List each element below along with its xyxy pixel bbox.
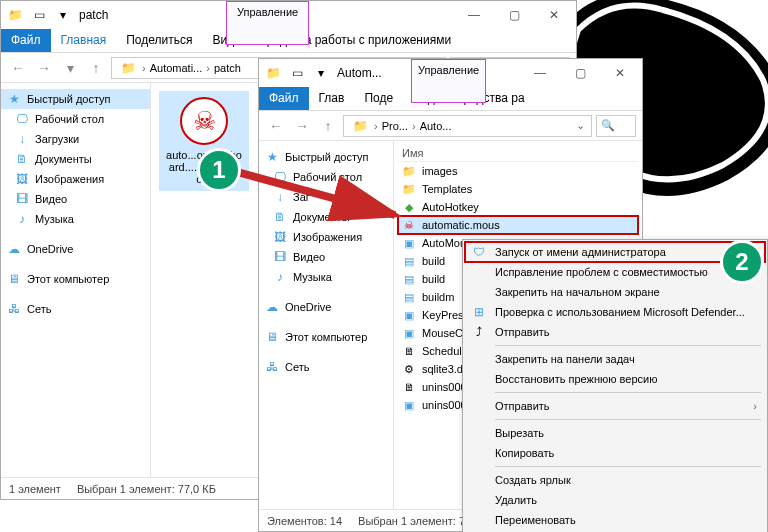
maximize-button[interactable]: ▢ xyxy=(494,1,534,29)
ctx-pin-start[interactable]: Закрепить на начальном экране xyxy=(465,282,765,302)
picture-icon: 🖼 xyxy=(273,230,287,244)
file-row-selected[interactable]: ☠automatic.mous xyxy=(398,216,638,234)
separator xyxy=(495,419,761,420)
chevron-icon[interactable]: › xyxy=(410,120,418,132)
ctx-rename[interactable]: Переименовать xyxy=(465,510,765,530)
sidebar-item-documents[interactable]: 🗎Документы xyxy=(1,149,150,169)
sidebar-quick-access[interactable]: ★Быстрый доступ xyxy=(259,147,393,167)
dll-icon: ⚙ xyxy=(402,362,416,376)
file-icon: 🗎 xyxy=(402,380,416,394)
ribbon-context-tab[interactable]: Управление xyxy=(411,59,486,103)
minimize-button[interactable]: — xyxy=(454,1,494,29)
qat-icon[interactable]: ▭ xyxy=(289,65,305,81)
maximize-button[interactable]: ▢ xyxy=(560,59,600,87)
sidebar-item-downloads[interactable]: ↓Заг xyxy=(259,187,393,207)
sidebar-item-music[interactable]: ♪Музыка xyxy=(1,209,150,229)
skull-icon: ☠ xyxy=(402,218,416,232)
sidebar-this-pc[interactable]: 🖥Этот компьютер xyxy=(1,269,150,289)
file-row[interactable]: 📁images xyxy=(398,162,638,180)
status-count: 1 элемент xyxy=(9,483,61,495)
tab-share[interactable]: Поде xyxy=(354,87,403,110)
up-button[interactable]: ↑ xyxy=(317,115,339,137)
recent-dropdown[interactable]: ▾ xyxy=(59,57,81,79)
desktop-icon: 🖵 xyxy=(15,112,29,126)
search-icon: 🔍 xyxy=(601,119,615,132)
chevron-icon[interactable]: › xyxy=(204,62,212,74)
ctx-defender-scan[interactable]: ⊞Проверка с использованием Microsoft Def… xyxy=(465,302,765,322)
breadcrumb[interactable]: 📁 › Pro... › Auto... ⌄ xyxy=(343,115,592,137)
ctx-share[interactable]: ⤴Отправить xyxy=(465,322,765,342)
search-input[interactable]: 🔍 xyxy=(596,115,636,137)
sidebar-item-desktop[interactable]: 🖵Рабочий стол xyxy=(1,109,150,129)
back-button[interactable]: ← xyxy=(265,115,287,137)
app-icon: ▣ xyxy=(402,308,416,322)
download-icon: ↓ xyxy=(15,132,29,146)
sidebar-network[interactable]: 🖧Сеть xyxy=(1,299,150,319)
file-row[interactable]: 📁Templates xyxy=(398,180,638,198)
ctx-pin-taskbar[interactable]: Закрепить на панели задач xyxy=(465,349,765,369)
shield-icon: 🛡 xyxy=(471,244,487,260)
column-header-name[interactable]: Имя xyxy=(398,145,638,162)
pc-icon: 🖥 xyxy=(7,272,21,286)
ctx-delete[interactable]: Удалить xyxy=(465,490,765,510)
crumb[interactable]: Automati... xyxy=(148,62,205,74)
close-button[interactable]: ✕ xyxy=(600,59,640,87)
qat-dropdown-icon[interactable]: ▾ xyxy=(313,65,329,81)
sidebar-item-videos[interactable]: 🎞Видео xyxy=(1,189,150,209)
up-button[interactable]: ↑ xyxy=(85,57,107,79)
star-icon: ★ xyxy=(265,150,279,164)
ctx-create-shortcut[interactable]: Создать ярлык xyxy=(465,470,765,490)
desktop-icon: 🖵 xyxy=(273,170,287,184)
annotation-badge-1: 1 xyxy=(197,148,241,192)
forward-button[interactable]: → xyxy=(33,57,55,79)
sidebar-item-desktop[interactable]: 🖵Рабочий стол xyxy=(259,167,393,187)
sidebar-onedrive[interactable]: ☁OneDrive xyxy=(259,297,393,317)
ctx-copy[interactable]: Копировать xyxy=(465,443,765,463)
close-button[interactable]: ✕ xyxy=(534,1,574,29)
chevron-down-icon[interactable]: ⌄ xyxy=(574,119,587,132)
sidebar-item-documents[interactable]: 🗎Документы xyxy=(259,207,393,227)
window-title: patch xyxy=(79,8,108,22)
sidebar-item-downloads[interactable]: ↓Загрузки xyxy=(1,129,150,149)
forward-button[interactable]: → xyxy=(291,115,313,137)
window-title: Autom... xyxy=(337,66,382,80)
sidebar-item-pictures[interactable]: 🖼Изображения xyxy=(259,227,393,247)
app-icon: ◆ xyxy=(402,200,416,214)
pc-icon: 🖥 xyxy=(265,330,279,344)
chevron-icon[interactable]: › xyxy=(372,120,380,132)
sidebar-quick-access[interactable]: ★Быстрый доступ xyxy=(1,89,150,109)
crumb[interactable]: patch xyxy=(212,62,243,74)
sidebar-item-pictures[interactable]: 🖼Изображения xyxy=(1,169,150,189)
defender-icon: ⊞ xyxy=(471,304,487,320)
tab-home[interactable]: Главная xyxy=(51,29,117,52)
network-icon: 🖧 xyxy=(7,302,21,316)
tab-share[interactable]: Поделиться xyxy=(116,29,202,52)
app-icon: ▣ xyxy=(402,236,416,250)
titlebar: 📁 ▭ ▾ patch Управление — ▢ ✕ xyxy=(1,1,576,29)
context-menu: 🛡Запуск от имени администратора Исправле… xyxy=(462,239,768,532)
ctx-send-to[interactable]: Отправить› xyxy=(465,396,765,416)
tab-file[interactable]: Файл xyxy=(1,29,51,52)
chevron-icon[interactable]: › xyxy=(140,62,148,74)
sidebar-this-pc[interactable]: 🖥Этот компьютер xyxy=(259,327,393,347)
sidebar-item-videos[interactable]: 🎞Видео xyxy=(259,247,393,267)
folder-icon: 📁 xyxy=(352,118,368,134)
tab-file[interactable]: Файл xyxy=(259,87,309,110)
skull-icon: ☠ xyxy=(180,97,228,145)
file-row[interactable]: ◆AutoHotkey xyxy=(398,198,638,216)
sidebar-item-music[interactable]: ♪Музыка xyxy=(259,267,393,287)
folder-icon: 📁 xyxy=(402,182,416,196)
ribbon-context-tab[interactable]: Управление xyxy=(226,1,309,45)
tab-home[interactable]: Глав xyxy=(309,87,355,110)
ctx-restore-version[interactable]: Восстановить прежнюю версию xyxy=(465,369,765,389)
sidebar-network[interactable]: 🖧Сеть xyxy=(259,357,393,377)
sidebar-onedrive[interactable]: ☁OneDrive xyxy=(1,239,150,259)
crumb[interactable]: Pro... xyxy=(380,120,410,132)
qat-icon[interactable]: ▭ xyxy=(31,7,47,23)
qat-dropdown-icon[interactable]: ▾ xyxy=(55,7,71,23)
crumb[interactable]: Auto... xyxy=(418,120,454,132)
star-icon: ★ xyxy=(7,92,21,106)
minimize-button[interactable]: — xyxy=(520,59,560,87)
back-button[interactable]: ← xyxy=(7,57,29,79)
ctx-cut[interactable]: Вырезать xyxy=(465,423,765,443)
